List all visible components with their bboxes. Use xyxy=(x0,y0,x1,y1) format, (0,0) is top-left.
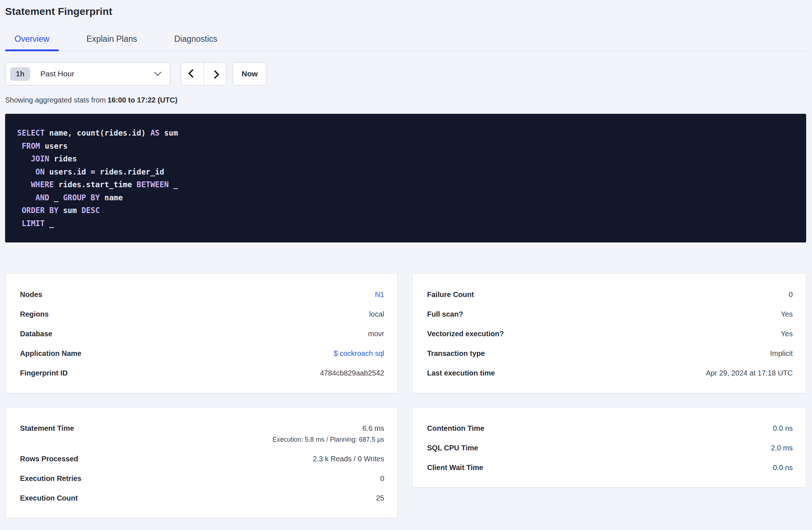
stat-row: Full scan?Yes xyxy=(427,310,793,318)
time-range-label: Past Hour xyxy=(40,69,74,78)
stat-value: 0.0 ns xyxy=(773,424,793,433)
wait-times-panel: Contention Time0.0 nsSQL CPU Time2.0 msC… xyxy=(412,407,806,487)
aggregated-stats-range: 16:00 to 17:22 (UTC) xyxy=(108,96,177,104)
statement-times-panel: Statement Time6.6 msExecution: 5.8 ms / … xyxy=(5,407,398,518)
stat-label: Statement Time xyxy=(20,424,74,433)
stat-label: Transaction type xyxy=(427,349,485,358)
stat-label: Contention Time xyxy=(427,424,484,433)
sql-line: LIMIT _ xyxy=(17,217,793,230)
stat-label: Rows Processed xyxy=(20,455,78,463)
stat-value-text: 4784cb829aab2542 xyxy=(320,369,384,377)
stat-label: Full scan? xyxy=(427,310,463,318)
tab-diagnostics[interactable]: Diagnostics xyxy=(165,34,227,51)
next-time-button[interactable] xyxy=(204,63,226,85)
stat-label: Execution Retries xyxy=(20,474,81,483)
stat-value: 0 xyxy=(789,290,793,299)
stat-value-text: Yes xyxy=(781,330,793,338)
sql-statement: SELECT name, count(rides.id) AS sum FROM… xyxy=(5,114,806,242)
stat-row: Execution Retries0 xyxy=(20,474,384,483)
stat-label: Application Name xyxy=(20,349,81,358)
previous-time-button[interactable] xyxy=(181,63,204,85)
stat-value: 0 xyxy=(380,474,384,483)
stat-row: Execution Count25 xyxy=(20,494,384,502)
stat-row: Client Wait Time0.0 ns xyxy=(427,463,793,472)
stat-value: 0.0 ns xyxy=(773,463,793,472)
time-controls: 1h Past Hour Now xyxy=(5,62,806,85)
stat-value: 25 xyxy=(376,494,384,502)
sql-line: JOIN rides xyxy=(17,153,793,166)
stat-value-text: Implicit xyxy=(770,349,793,358)
stat-label: Vectorized execution? xyxy=(427,330,504,338)
now-button[interactable]: Now xyxy=(233,62,267,85)
execution-attributes-panel: Failure Count0Full scan?YesVectorized ex… xyxy=(412,273,806,393)
time-range-badge: 1h xyxy=(10,67,30,81)
stat-row: Vectorized execution?Yes xyxy=(427,330,793,338)
stat-value: 2.0 ms xyxy=(771,444,793,452)
stat-value-text: 0.0 ns xyxy=(773,463,793,472)
stat-value: movr xyxy=(368,330,384,338)
stat-row: SQL CPU Time2.0 ms xyxy=(427,444,793,452)
chevron-down-icon xyxy=(154,69,161,76)
page-title: Statement Fingerprint xyxy=(5,6,806,17)
stat-label: Database xyxy=(20,330,52,338)
stat-label: Failure Count xyxy=(427,290,474,299)
sql-line: WHERE rides.start_time BETWEEN _ xyxy=(17,178,793,192)
stat-row: Fingerprint ID4784cb829aab2542 xyxy=(20,369,384,377)
stat-value-text: local xyxy=(369,310,384,318)
tab-bar: Overview Explain Plans Diagnostics xyxy=(5,34,806,51)
stat-label: Regions xyxy=(20,310,49,318)
stat-row: Failure Count0 xyxy=(427,290,793,299)
sql-line: ON users.id = rides.rider_id xyxy=(17,166,793,179)
stat-label: SQL CPU Time xyxy=(427,444,478,452)
stat-value: Implicit xyxy=(770,349,793,358)
stat-value-text: 6.6 ms xyxy=(362,424,384,433)
stat-row: Databasemovr xyxy=(20,330,384,338)
stat-label: Fingerprint ID xyxy=(20,369,68,377)
time-range-dropdown[interactable]: 1h Past Hour xyxy=(5,62,170,85)
stat-value: Yes xyxy=(781,330,793,338)
stat-value-text: movr xyxy=(368,330,384,338)
stat-value: Yes xyxy=(781,310,793,318)
stat-label: Last execution time xyxy=(427,369,495,377)
stat-value-text: Apr 29, 2024 at 17:18 UTC xyxy=(706,369,793,377)
stat-row: Statement Time6.6 msExecution: 5.8 ms / … xyxy=(20,424,384,443)
time-step-buttons xyxy=(181,62,226,85)
stat-label: Client Wait Time xyxy=(427,463,483,472)
stat-row: NodesN1 xyxy=(20,290,384,299)
sql-line: FROM users xyxy=(17,140,793,153)
summary-panels: NodesN1RegionslocalDatabasemovrApplicati… xyxy=(5,273,806,518)
stat-value-text: 2.0 ms xyxy=(771,444,793,452)
aggregated-stats-prefix: Showing aggregated stats from xyxy=(5,96,106,104)
stat-value-text: Yes xyxy=(781,310,793,318)
stat-label: Execution Count xyxy=(20,494,78,502)
sql-line: SELECT name, count(rides.id) AS sum xyxy=(17,127,793,140)
stat-row: Transaction typeImplicit xyxy=(427,349,793,358)
stat-label: Nodes xyxy=(20,290,42,299)
stat-row: Last execution timeApr 29, 2024 at 17:18… xyxy=(427,369,793,377)
stat-row: Contention Time0.0 ns xyxy=(427,424,793,433)
stat-value-text: 0 xyxy=(789,290,793,299)
tab-explain-plans[interactable]: Explain Plans xyxy=(77,34,146,51)
node-link[interactable]: N1 xyxy=(375,290,384,299)
sql-line: AND _ GROUP BY name xyxy=(17,192,793,205)
stat-row: Application Name$ cockroach sql xyxy=(20,349,384,358)
stat-row: Rows Processed2.3 k Reads / 0 Writes xyxy=(20,455,384,463)
stat-value: 4784cb829aab2542 xyxy=(320,369,384,377)
stat-value: 6.6 msExecution: 5.8 ms / Planning: 687.… xyxy=(272,424,384,443)
statement-fingerprint-page: Statement Fingerprint Overview Explain P… xyxy=(0,0,812,518)
stat-subvalue: Execution: 5.8 ms / Planning: 687.5 µs xyxy=(272,436,384,443)
stat-value: Apr 29, 2024 at 17:18 UTC xyxy=(706,369,793,377)
tab-overview[interactable]: Overview xyxy=(5,34,59,51)
app-name-link[interactable]: $ cockroach sql xyxy=(334,349,384,358)
stat-value-text: 2.3 k Reads / 0 Writes xyxy=(313,455,384,463)
stat-row: Regionslocal xyxy=(20,310,384,318)
aggregated-stats-line: Showing aggregated stats from16:00 to 17… xyxy=(5,96,806,104)
stat-value: 2.3 k Reads / 0 Writes xyxy=(313,455,384,463)
stat-value-text: 0.0 ns xyxy=(773,424,793,433)
stat-value: local xyxy=(369,310,384,318)
sql-line: ORDER BY sum DESC xyxy=(17,204,793,217)
stat-value: $ cockroach sql xyxy=(334,349,384,358)
stat-value: N1 xyxy=(375,290,384,299)
stat-value-text: 25 xyxy=(376,494,384,502)
stat-value-text: 0 xyxy=(380,474,384,483)
